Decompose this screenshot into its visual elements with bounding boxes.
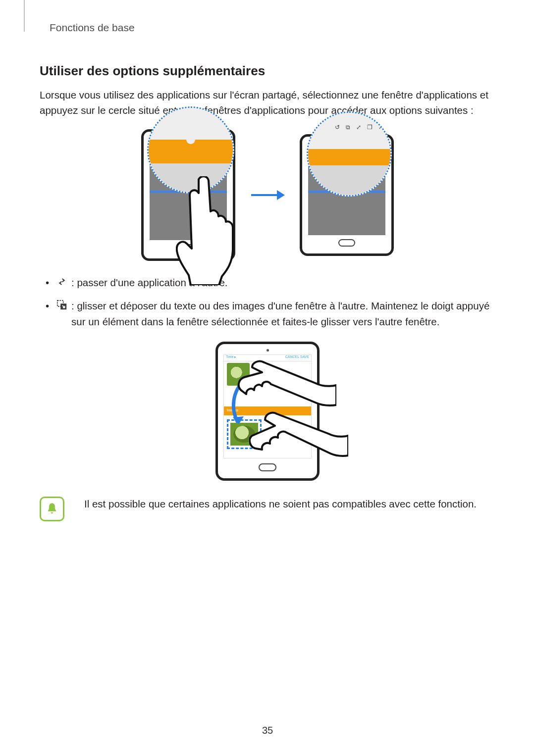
zoom-bubble-right: ↺ ⧉ ⤢ ❐ ✕ xyxy=(307,111,392,197)
svg-marker-4 xyxy=(233,416,244,424)
tablet-right: ↺ ⧉ ⤢ ❐ ✕ xyxy=(300,134,394,256)
page-number: 35 xyxy=(0,725,535,736)
arrow-right-icon xyxy=(250,188,285,202)
hand-pointer-icon xyxy=(176,176,240,285)
drag-drop-icon xyxy=(56,300,67,310)
expand-mini-icon: ⤢ xyxy=(356,124,361,131)
note-bell-icon xyxy=(40,497,64,521)
subheading: Utiliser des options supplémentaires xyxy=(40,63,495,79)
section-name: Fonctions de base xyxy=(50,22,495,34)
note-text: Il est possible que certaines applicatio… xyxy=(84,497,477,512)
note-box: Il est possible que certaines applicatio… xyxy=(40,497,495,521)
intro-paragraph: Lorsque vous utilisez des applications s… xyxy=(40,88,495,118)
fig2-title: Time ▸ xyxy=(226,355,236,361)
close-mini-icon: ✕ xyxy=(378,124,383,131)
header-rule xyxy=(24,0,25,32)
swap-icon xyxy=(56,276,67,287)
option-drag-text: : glisser et déposer du texte ou des ima… xyxy=(71,300,489,327)
svg-marker-1 xyxy=(277,190,285,200)
option-drag: : glisser et déposer du texte ou des ima… xyxy=(42,298,495,330)
options-list: : passer d'une application à l'autre. : … xyxy=(40,275,495,330)
figure-drag-drop: Time ▸ CANCEL SAVE Images xyxy=(40,342,495,481)
pip-mini-icon: ❐ xyxy=(367,124,373,131)
option-swap: : passer d'une application à l'autre. xyxy=(42,275,495,291)
drag-mini-icon: ⧉ xyxy=(346,124,350,131)
swap-mini-icon: ↺ xyxy=(335,124,340,131)
figure-split-options: ↺ ⧉ ⤢ ❐ ✕ xyxy=(40,129,495,261)
hand-lower-icon xyxy=(249,411,348,470)
hand-upper-icon xyxy=(237,355,336,415)
